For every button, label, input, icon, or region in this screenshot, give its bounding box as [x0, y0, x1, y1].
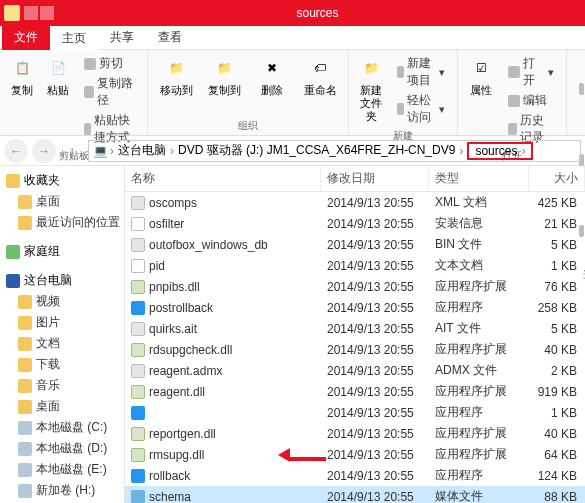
file-row[interactable]: osfilter2014/9/13 20:55安装信息21 KB — [125, 213, 585, 234]
header-type[interactable]: 类型 — [429, 166, 529, 191]
file-row[interactable]: pnpibs.dll2014/9/13 20:55应用程序扩展76 KB — [125, 276, 585, 297]
tab-home[interactable]: 主页 — [50, 24, 98, 51]
ribbon-select: 全部选择 全部取消 反向选择 选择 — [567, 50, 585, 135]
tab-share[interactable]: 共享 — [98, 25, 146, 50]
file-icon — [131, 217, 145, 231]
copy-button[interactable]: 📋复制 — [8, 54, 36, 97]
breadcrumb-folder[interactable]: sources — [473, 144, 519, 158]
shortcut-icon — [84, 123, 91, 135]
ribbon-clipboard: 📋复制 📄粘贴 剪切 复制路径 粘贴快捷方式 剪贴板 — [0, 50, 148, 135]
drive-icon — [18, 484, 32, 498]
properties-button[interactable]: ☑属性 — [466, 54, 496, 97]
file-row[interactable]: schema2014/9/13 20:55媒体文件88 KB — [125, 486, 585, 503]
file-icon — [131, 322, 145, 336]
file-row[interactable]: reportgen.dll2014/9/13 20:55应用程序扩展40 KB — [125, 423, 585, 444]
open-icon — [508, 66, 519, 78]
pc-icon — [6, 274, 20, 288]
file-row[interactable]: rdsupgcheck.dll2014/9/13 20:55应用程序扩展40 K… — [125, 339, 585, 360]
rename-button[interactable]: 🏷重命名 — [300, 54, 340, 97]
file-row[interactable]: reagent.dll2014/9/13 20:55应用程序扩展919 KB — [125, 381, 585, 402]
sidebar-thispc[interactable]: 这台电脑 — [0, 270, 124, 291]
sidebar: 收藏夹 桌面最近访问的位置 家庭组 这台电脑 视频图片文档下载音乐桌面本地磁盘 … — [0, 166, 125, 503]
sidebar-item[interactable]: 视频 — [0, 291, 124, 312]
titlebar: sources — [0, 0, 585, 26]
cut-button[interactable]: 剪切 — [80, 54, 139, 73]
paste-button[interactable]: 📄粘贴 — [44, 54, 72, 97]
file-row[interactable]: pid2014/9/13 20:55文本文档1 KB — [125, 255, 585, 276]
qat-icon[interactable] — [24, 6, 38, 20]
breadcrumb-root[interactable]: 这台电脑 — [116, 142, 168, 159]
header-date[interactable]: 修改日期 — [321, 166, 429, 191]
breadcrumb-drive[interactable]: DVD 驱动器 (J:) JM1_CCSA_X64FRE_ZH-CN_DV9 — [176, 142, 457, 159]
up-button[interactable]: ↑ — [60, 139, 84, 163]
file-row[interactable]: rollback2014/9/13 20:55应用程序124 KB — [125, 465, 585, 486]
edit-button[interactable]: 编辑 — [504, 91, 558, 110]
tab-file[interactable]: 文件 — [2, 25, 50, 50]
folder-icon — [18, 195, 32, 209]
easy-icon — [397, 103, 404, 115]
file-icon — [131, 490, 145, 504]
drive-icon — [18, 379, 32, 393]
ribbon-open: ☑属性 打开 ▾ 编辑 历史记录 打开 — [458, 50, 567, 135]
history-icon — [508, 123, 517, 135]
sidebar-item[interactable]: 桌面 — [0, 396, 124, 417]
sidebar-item[interactable]: 音乐 — [0, 375, 124, 396]
open-button[interactable]: 打开 ▾ — [504, 54, 558, 90]
easy-access-button[interactable]: 轻松访问 ▾ — [393, 91, 449, 127]
drive-icon — [18, 337, 32, 351]
file-row[interactable]: outofbox_windows_db2014/9/13 20:55BIN 文件… — [125, 234, 585, 255]
file-icon — [131, 196, 145, 210]
sidebar-item[interactable]: 本地磁盘 (E:) — [0, 459, 124, 480]
delete-button[interactable]: ✖删除 — [252, 54, 292, 97]
sidebar-favorites[interactable]: 收藏夹 — [0, 170, 124, 191]
file-icon — [131, 385, 145, 399]
file-row[interactable]: oscomps2014/9/13 20:55XML 文档425 KB — [125, 192, 585, 213]
path-icon — [84, 86, 94, 98]
header-size[interactable]: 大小 — [529, 166, 585, 191]
drive-icon — [18, 316, 32, 330]
ribbon-new: 📁新建 文件夹 新建项目 ▾ 轻松访问 ▾ 新建 — [349, 50, 458, 135]
file-icon — [131, 448, 145, 462]
sidebar-item[interactable]: 图片 — [0, 312, 124, 333]
back-button[interactable]: ← — [4, 139, 28, 163]
file-row[interactable]: rmsupg.dll2014/9/13 20:55应用程序扩展64 KB — [125, 444, 585, 465]
drive-icon — [18, 295, 32, 309]
qat-icon[interactable] — [40, 6, 54, 20]
selectall-icon — [579, 83, 584, 95]
copy-path-button[interactable]: 复制路径 — [80, 74, 139, 110]
breadcrumb[interactable]: 💻 › 这台电脑 › DVD 驱动器 (J:) JM1_CCSA_X64FRE_… — [88, 140, 581, 162]
forward-button[interactable]: → — [32, 139, 56, 163]
star-icon — [6, 174, 20, 188]
file-row[interactable]: quirks.ait2014/9/13 20:55AIT 文件5 KB — [125, 318, 585, 339]
edit-icon — [508, 95, 520, 107]
file-icon — [131, 427, 145, 441]
menubar: 文件 主页 共享 查看 — [0, 26, 585, 50]
drive-icon — [18, 421, 32, 435]
sidebar-item[interactable]: 新加卷 (H:) — [0, 480, 124, 501]
homegroup-icon — [6, 245, 20, 259]
pc-icon: 💻 — [93, 144, 108, 158]
newitem-icon — [397, 66, 404, 78]
select-all-button[interactable]: 全部选择 — [575, 54, 585, 124]
ribbon: 📋复制 📄粘贴 剪切 复制路径 粘贴快捷方式 剪贴板 📁移动到 📁复制到 ✖删除… — [0, 50, 585, 136]
sidebar-item[interactable]: 本地磁盘 (C:) — [0, 417, 124, 438]
tab-view[interactable]: 查看 — [146, 25, 194, 50]
sidebar-item[interactable]: 本地磁盘 (D:) — [0, 438, 124, 459]
new-item-button[interactable]: 新建项目 ▾ — [393, 54, 449, 90]
sidebar-item[interactable]: 桌面 — [0, 191, 124, 212]
file-row[interactable]: postrollback2014/9/13 20:55应用程序258 KB — [125, 297, 585, 318]
sidebar-item[interactable]: 文档 — [0, 333, 124, 354]
header-name[interactable]: 名称 — [125, 166, 321, 191]
file-row[interactable]: 2014/9/13 20:55应用程序1 KB — [125, 402, 585, 423]
sidebar-homegroup[interactable]: 家庭组 — [0, 241, 124, 262]
moveto-button[interactable]: 📁移动到 — [156, 54, 196, 97]
copyto-button[interactable]: 📁复制到 — [204, 54, 244, 97]
file-icon — [131, 469, 145, 483]
file-row[interactable]: reagent.admx2014/9/13 20:55ADMX 文件2 KB — [125, 360, 585, 381]
new-folder-button[interactable]: 📁新建 文件夹 — [357, 54, 385, 123]
drive-icon — [18, 463, 32, 477]
folder-icon — [4, 5, 20, 21]
sidebar-item[interactable]: 最近访问的位置 — [0, 212, 124, 233]
sidebar-item[interactable]: 下载 — [0, 354, 124, 375]
drive-icon — [18, 442, 32, 456]
